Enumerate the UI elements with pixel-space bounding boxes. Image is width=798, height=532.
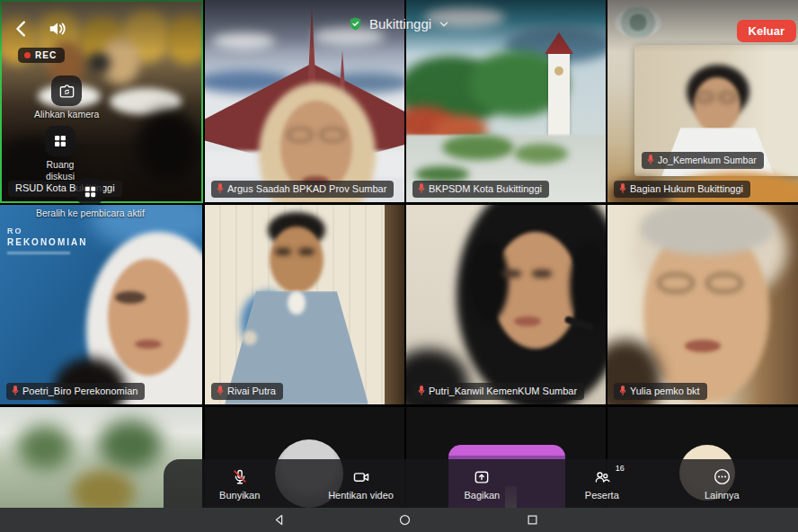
participant-name-label: BKPSDM Kota Bukittinggi xyxy=(412,181,549,198)
leave-call-button[interactable]: Keluar xyxy=(737,20,796,42)
shield-check-icon xyxy=(348,16,363,31)
rec-label: REC xyxy=(35,50,57,60)
wall-vent xyxy=(615,7,661,38)
more-options-icon xyxy=(713,467,732,487)
meeting-title-dropdown[interactable]: Bukittinggi xyxy=(348,16,450,31)
menu-item-switch-camera[interactable]: Alihkan kamera xyxy=(34,75,99,120)
video-feed: RO REKONOMIAN xyxy=(0,205,202,404)
unmute-label: Bunyikan xyxy=(219,490,260,501)
participant-name: Putri_Kanwil KemenKUM Sumbar xyxy=(429,386,577,396)
video-feed xyxy=(2,2,201,201)
share-icon xyxy=(473,467,491,487)
participants-icon: 16 xyxy=(592,467,612,487)
call-controls-toolbar: Bunyikan Hentikan video Bagikan 16 Peser… xyxy=(164,459,798,508)
participant-name-label: Bagian Hukum Bukittinggi xyxy=(614,181,750,198)
participant-name-label: Yulia pemko bkt xyxy=(614,383,707,400)
participant-name-label: Putri_Kanwil KemenKUM Sumbar xyxy=(412,383,584,400)
participant-name-label: Poetri_Biro Perekonomian xyxy=(6,383,145,400)
recording-indicator: REC xyxy=(18,48,65,63)
rec-dot-icon xyxy=(24,52,31,58)
stop-video-label: Hentikan video xyxy=(328,490,394,501)
video-feed xyxy=(607,205,798,404)
unmute-button[interactable]: Bunyikan xyxy=(208,467,271,501)
menu-item-label: Alihkan kamera xyxy=(34,109,99,120)
muted-mic-icon xyxy=(418,386,425,396)
video-tile-putri-kanwil[interactable]: Putri_Kanwil KemenKUM Sumbar xyxy=(406,205,606,404)
muted-mic-icon xyxy=(418,183,425,194)
participant-name: BKPSDM Kota Bukittinggi xyxy=(429,184,542,194)
more-options-label: Lainnya xyxy=(705,490,740,501)
participants-label: Peserta xyxy=(585,490,619,501)
video-tile-poetri[interactable]: RO REKONOMIAN Poetri_Biro Perekonomian xyxy=(0,205,202,404)
participant-name-label: Rivai Putra xyxy=(211,383,283,400)
android-home-button[interactable] xyxy=(398,513,412,527)
participant-name: Rivai Putra xyxy=(227,386,276,396)
menu-item-active-speaker[interactable]: Beralih ke pembicara aktif xyxy=(36,178,145,219)
muted-mic-icon xyxy=(217,183,224,194)
back-button[interactable] xyxy=(12,19,31,39)
more-options-button[interactable]: Lainnya xyxy=(690,467,753,501)
nested-participant-label: Jo_Kemenkum Sumbar xyxy=(642,152,764,169)
video-call-screen: RSUD Kota Bukittinggi Argus Saadah BPKAD… xyxy=(0,0,798,532)
participant-name: Argus Saadah BPKAD Prov Sumbar xyxy=(227,184,386,194)
videocam-icon xyxy=(351,467,371,487)
background-pillar xyxy=(385,205,404,404)
video-tile-yulia[interactable]: Yulia pemko bkt xyxy=(607,205,798,404)
mic-off-icon xyxy=(231,467,249,487)
participant-count-badge: 16 xyxy=(616,464,625,473)
participant-name: Bagian Hukum Bukittinggi xyxy=(630,184,743,194)
meeting-title-text: Bukittinggi xyxy=(369,16,431,31)
muted-mic-icon xyxy=(12,386,19,396)
muted-mic-icon xyxy=(647,155,654,165)
android-back-button[interactable] xyxy=(272,513,286,527)
share-label: Bagikan xyxy=(464,490,500,501)
share-button[interactable]: Bagikan xyxy=(450,467,513,501)
android-navigation-bar xyxy=(0,508,798,532)
participant-name: Poetri_Biro Perekonomian xyxy=(22,386,137,396)
chevron-down-icon xyxy=(438,18,450,31)
speaker-volume-icon[interactable] xyxy=(47,19,68,39)
slide-text-fragment: RO xyxy=(7,226,23,235)
video-tile-rivai-putra[interactable]: Rivai Putra xyxy=(205,205,404,404)
participant-name: Yulia pemko bkt xyxy=(630,386,700,396)
video-feed xyxy=(205,205,404,404)
flip-camera-icon xyxy=(51,75,82,106)
participants-button[interactable]: 16 Peserta xyxy=(571,467,634,501)
video-feed xyxy=(406,205,606,404)
muted-mic-icon xyxy=(619,386,626,396)
nested-video-frame: Jo_Kemenkum Sumbar xyxy=(634,45,798,176)
muted-mic-icon xyxy=(619,183,626,194)
slide-text-fragment: REKONOMIAN xyxy=(7,237,87,247)
stop-video-button[interactable]: Hentikan video xyxy=(328,467,394,501)
layout-grid-icon xyxy=(76,178,103,205)
menu-item-label: Beralih ke pembicara aktif xyxy=(36,208,145,219)
nested-participant-name: Jo_Kemenkum Sumbar xyxy=(658,155,757,165)
menu-item-breakout-rooms[interactable]: Ruang diskusi xyxy=(34,126,86,182)
participant-name-label: Argus Saadah BPKAD Prov Sumbar xyxy=(211,181,394,198)
android-recents-button[interactable] xyxy=(526,513,539,527)
breakout-grid-icon xyxy=(45,126,75,156)
muted-mic-icon xyxy=(217,386,224,396)
